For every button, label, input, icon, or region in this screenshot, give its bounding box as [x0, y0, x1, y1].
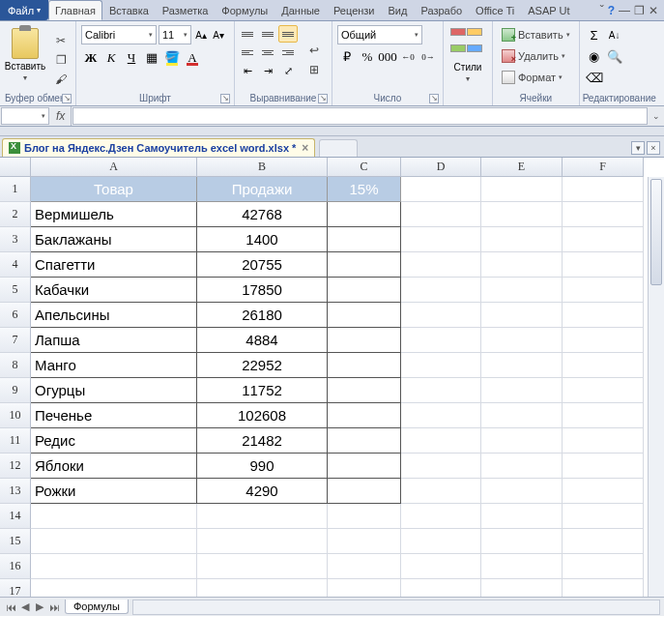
- fill-color-button[interactable]: 🪣: [162, 48, 182, 68]
- number-format-selector[interactable]: Общий▾: [337, 25, 422, 44]
- table-cell[interactable]: 22952: [197, 353, 328, 378]
- table-cell[interactable]: 1400: [197, 227, 328, 252]
- table-cell[interactable]: Вермишель: [31, 202, 197, 227]
- cell[interactable]: [481, 202, 563, 227]
- cell[interactable]: [481, 252, 563, 278]
- align-left-button[interactable]: [238, 44, 257, 61]
- cell[interactable]: [31, 504, 197, 529]
- row-header-11[interactable]: 11: [0, 428, 31, 454]
- table-cell[interactable]: [328, 454, 401, 479]
- ribbon-minimize-icon[interactable]: ˇ: [600, 4, 604, 17]
- table-cell[interactable]: [328, 252, 401, 278]
- align-top-button[interactable]: [238, 25, 257, 43]
- ribbon-tab-вставка[interactable]: Вставка: [102, 0, 156, 20]
- row-header-15[interactable]: 15: [0, 529, 31, 554]
- table-cell[interactable]: Кабачки: [31, 278, 197, 303]
- clear-button[interactable]: ⌫: [585, 68, 604, 87]
- cell[interactable]: [401, 403, 481, 428]
- column-header-A[interactable]: A: [31, 158, 197, 177]
- cell[interactable]: [31, 554, 197, 579]
- cell[interactable]: [481, 529, 563, 554]
- increase-indent-button[interactable]: ⇥: [258, 62, 277, 79]
- cell[interactable]: [401, 529, 481, 554]
- cell[interactable]: [197, 504, 328, 529]
- workbook-close-icon[interactable]: ×: [647, 141, 660, 155]
- select-all-corner[interactable]: [0, 158, 31, 177]
- font-color-button[interactable]: A: [183, 48, 202, 68]
- table-cell[interactable]: 4290: [197, 479, 328, 504]
- formula-input[interactable]: [72, 107, 648, 125]
- insert-cells-button[interactable]: Вставить▾: [498, 25, 574, 44]
- cell[interactable]: [563, 378, 644, 403]
- table-cell[interactable]: 20755: [197, 252, 328, 278]
- italic-button[interactable]: К: [101, 48, 121, 68]
- cell[interactable]: [401, 479, 481, 504]
- table-cell[interactable]: Яблоки: [31, 454, 197, 479]
- cell[interactable]: [401, 554, 481, 579]
- table-cell[interactable]: Спагетти: [31, 252, 197, 278]
- table-cell[interactable]: Баклажаны: [31, 227, 197, 252]
- decrease-indent-button[interactable]: ⇤: [238, 62, 257, 79]
- sheet-nav-prev-icon[interactable]: ◀: [18, 600, 32, 614]
- row-header-14[interactable]: 14: [0, 504, 31, 529]
- delete-cells-button[interactable]: Удалить▾: [498, 46, 574, 66]
- name-box[interactable]: ▾: [1, 107, 49, 125]
- cut-button[interactable]: ✂: [51, 32, 71, 49]
- vertical-scrollbar[interactable]: [648, 177, 664, 597]
- align-center-button[interactable]: [258, 44, 277, 61]
- workbook-tab-ghost[interactable]: [319, 139, 358, 157]
- ribbon-tab-разрабо[interactable]: Разрабо: [414, 0, 469, 20]
- font-size-selector[interactable]: 11▾: [159, 25, 191, 44]
- bold-button[interactable]: Ж: [81, 48, 101, 68]
- table-cell[interactable]: [328, 278, 401, 303]
- table-cell[interactable]: Манго: [31, 353, 197, 378]
- underline-button[interactable]: Ч: [122, 48, 141, 68]
- styles-button[interactable]: Стили ▾: [447, 23, 489, 87]
- shrink-font-button[interactable]: A▾: [211, 26, 226, 44]
- table-header[interactable]: 15%: [328, 177, 401, 202]
- ribbon-tab-рецензи[interactable]: Рецензи: [327, 0, 382, 20]
- cell[interactable]: [401, 278, 481, 303]
- window-close-icon[interactable]: ✕: [649, 4, 658, 17]
- row-header-2[interactable]: 2: [0, 202, 31, 227]
- table-cell[interactable]: Редис: [31, 428, 197, 454]
- dialog-launcher-icon[interactable]: ↘: [220, 94, 230, 103]
- cell[interactable]: [401, 177, 481, 202]
- cell[interactable]: [563, 328, 644, 353]
- table-cell[interactable]: [328, 202, 401, 227]
- cell[interactable]: [481, 428, 563, 454]
- column-header-B[interactable]: B: [197, 158, 328, 177]
- table-cell[interactable]: 42768: [197, 202, 328, 227]
- ribbon-tab-данные[interactable]: Данные: [274, 0, 327, 20]
- cell[interactable]: [563, 252, 644, 278]
- fill-button[interactable]: ◉: [585, 46, 604, 66]
- align-right-button[interactable]: [278, 44, 298, 61]
- cell[interactable]: [481, 353, 563, 378]
- cell[interactable]: [197, 529, 328, 554]
- cell[interactable]: [481, 303, 563, 328]
- currency-button[interactable]: ₽: [337, 47, 357, 67]
- cell[interactable]: [481, 403, 563, 428]
- align-middle-button[interactable]: [258, 25, 277, 43]
- row-header-7[interactable]: 7: [0, 328, 31, 353]
- window-restore-icon[interactable]: ❐: [634, 4, 645, 17]
- column-header-F[interactable]: F: [563, 158, 644, 177]
- table-cell[interactable]: 21482: [197, 428, 328, 454]
- table-header[interactable]: Товар: [31, 177, 197, 202]
- cell[interactable]: [197, 554, 328, 579]
- table-cell[interactable]: Печенье: [31, 403, 197, 428]
- percent-button[interactable]: %: [358, 47, 377, 67]
- cell[interactable]: [401, 252, 481, 278]
- expand-formula-bar-icon[interactable]: ⌄: [649, 106, 664, 126]
- row-header-12[interactable]: 12: [0, 454, 31, 479]
- scrollbar-thumb[interactable]: [650, 179, 662, 285]
- table-cell[interactable]: 102608: [197, 403, 328, 428]
- table-cell[interactable]: Огурцы: [31, 378, 197, 403]
- copy-button[interactable]: ❐: [51, 51, 71, 69]
- table-cell[interactable]: 26180: [197, 303, 328, 328]
- dialog-launcher-icon[interactable]: ↘: [429, 94, 439, 103]
- table-cell[interactable]: 17850: [197, 278, 328, 303]
- ribbon-tab-разметка[interactable]: Разметка: [156, 0, 216, 20]
- sheet-tab-active[interactable]: Формулы: [65, 600, 129, 614]
- row-header-4[interactable]: 4: [0, 252, 31, 278]
